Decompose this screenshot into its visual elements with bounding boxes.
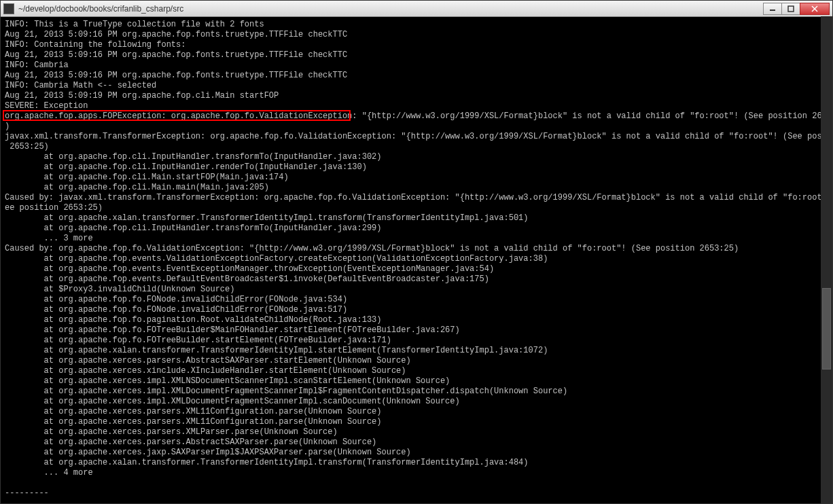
scrollbar[interactable] <box>821 16 832 503</box>
minimize-icon <box>769 5 776 12</box>
scrollbar-thumb[interactable] <box>822 288 831 370</box>
app-icon <box>3 3 14 14</box>
minimize-button[interactable] <box>763 3 782 15</box>
titlebar[interactable]: ~/develop/docbook/books/crifanlib_csharp… <box>1 1 832 17</box>
svg-rect-1 <box>788 6 794 12</box>
maximize-icon <box>787 5 794 12</box>
terminal-window: ~/develop/docbook/books/crifanlib_csharp… <box>0 0 833 504</box>
maximize-button[interactable] <box>781 3 800 15</box>
terminal-output[interactable]: INFO: This is a TrueType collection file… <box>1 17 832 503</box>
window-controls <box>764 3 830 15</box>
window-title: ~/develop/docbook/books/crifanlib_csharp… <box>18 4 764 14</box>
close-button[interactable] <box>800 3 830 15</box>
close-icon <box>811 5 818 12</box>
